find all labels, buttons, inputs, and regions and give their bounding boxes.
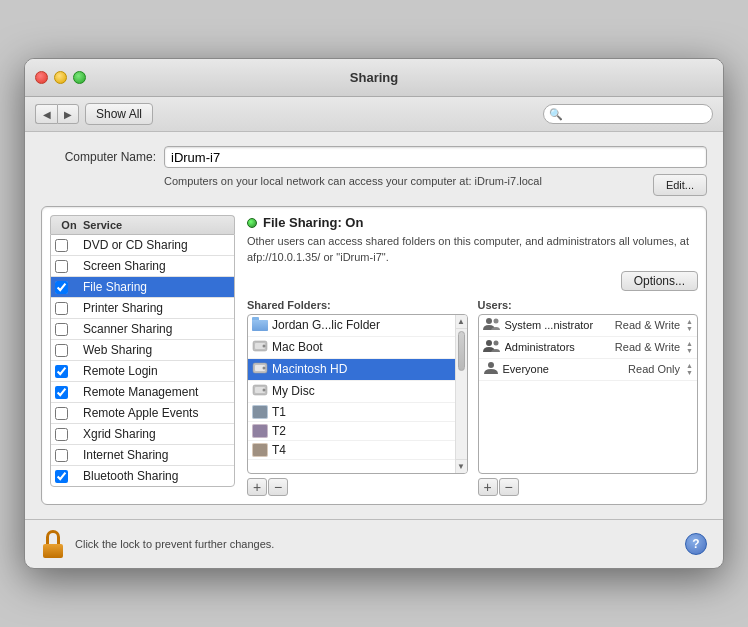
main-panel: On Service DVD or CD Sharing Screen Shar… (41, 206, 707, 505)
window-title: Sharing (350, 70, 398, 85)
users-panel: Users: (478, 299, 699, 496)
user-row-sysadmin[interactable]: System ...nistrator Read & Write ▲▼ (479, 315, 698, 337)
services-header-on: On (55, 219, 83, 231)
svg-point-8 (263, 366, 266, 369)
file-sharing-desc: Other users can access shared folders on… (247, 234, 698, 265)
back-button[interactable]: ◀ (35, 104, 57, 124)
user-name-sysadmin: System ...nistrator (505, 319, 611, 331)
search-icon: 🔍 (549, 108, 563, 121)
add-folder-button[interactable]: + (247, 478, 267, 496)
users-header: Users: (478, 299, 699, 311)
service-row-file[interactable]: File Sharing (51, 277, 234, 298)
folder-name-t1: T1 (272, 405, 286, 419)
computer-name-row: Computer Name: (41, 146, 707, 168)
file-sharing-header: File Sharing: On (247, 215, 698, 230)
service-checkbox-internet[interactable] (55, 449, 68, 462)
service-checkbox-screen[interactable] (55, 260, 68, 273)
service-checkbox-remote-mgmt[interactable] (55, 386, 68, 399)
folders-users-area: Shared Folders: Jordan G...lic Folder (247, 299, 698, 496)
service-row-screen: Screen Sharing (51, 256, 234, 277)
search-wrapper: 🔍 (543, 104, 713, 124)
lock-shackle (46, 530, 60, 544)
service-checkbox-remote-login[interactable] (55, 365, 68, 378)
options-row: Options... (247, 271, 698, 291)
hd-icon-macboot (252, 339, 268, 356)
services-list: DVD or CD Sharing Screen Sharing File Sh… (50, 234, 235, 487)
toolbar: ◀ ▶ Show All 🔍 (25, 97, 723, 132)
users-list: System ...nistrator Read & Write ▲▼ (478, 314, 699, 474)
folder-item-macboot[interactable]: Mac Boot (248, 337, 467, 359)
scroll-thumb[interactable] (458, 331, 465, 371)
perm-arrows-admins[interactable]: ▲▼ (686, 340, 693, 354)
service-name-printer: Printer Sharing (83, 301, 230, 315)
hd-icon-macintoshhd (252, 361, 268, 378)
computer-name-input[interactable] (164, 146, 707, 168)
scroll-down-arrow[interactable]: ▼ (456, 459, 467, 473)
folder-scrollbar[interactable]: ▲ ▼ (455, 315, 467, 473)
folder-name-macintoshhd: Macintosh HD (272, 362, 347, 376)
remove-user-button[interactable]: − (499, 478, 519, 496)
svg-point-18 (486, 318, 492, 324)
svg-rect-13 (253, 406, 267, 418)
help-button[interactable]: ? (685, 533, 707, 555)
user-row-everyone[interactable]: Everyone Read Only ▲▼ (479, 359, 698, 381)
service-name-bluetooth: Bluetooth Sharing (83, 469, 230, 483)
scroll-up-arrow[interactable]: ▲ (456, 315, 467, 329)
folder-item-macintoshhd[interactable]: Macintosh HD (248, 359, 467, 381)
show-all-button[interactable]: Show All (85, 103, 153, 125)
main-window: Sharing ◀ ▶ Show All 🔍 Computer Name: Co… (24, 58, 724, 569)
hd-icon-mydisc (252, 383, 268, 400)
group-icon-admins (483, 339, 501, 356)
close-button[interactable] (35, 71, 48, 84)
svg-point-11 (263, 388, 266, 391)
edit-button[interactable]: Edit... (653, 174, 707, 196)
user-name-everyone: Everyone (503, 363, 625, 375)
search-input[interactable] (543, 104, 713, 124)
svg-point-20 (486, 340, 492, 346)
service-row-web: Web Sharing (51, 340, 234, 361)
folder-item-mydisc[interactable]: My Disc (248, 381, 467, 403)
lock-label: Click the lock to prevent further change… (75, 538, 274, 550)
maximize-button[interactable] (73, 71, 86, 84)
folder-item-jordan[interactable]: Jordan G...lic Folder (248, 315, 467, 337)
service-checkbox-web[interactable] (55, 344, 68, 357)
service-name-file: File Sharing (83, 280, 230, 294)
folder-item-t4[interactable]: T4 (248, 441, 467, 460)
right-panel: File Sharing: On Other users can access … (247, 215, 698, 496)
service-row-dvd: DVD or CD Sharing (51, 235, 234, 256)
user-row-admins[interactable]: Administrators Read & Write ▲▼ (479, 337, 698, 359)
folder-item-t2[interactable]: T2 (248, 422, 467, 441)
service-checkbox-xgrid[interactable] (55, 428, 68, 441)
remove-folder-button[interactable]: − (268, 478, 288, 496)
options-button[interactable]: Options... (621, 271, 698, 291)
service-checkbox-scanner[interactable] (55, 323, 68, 336)
services-header: On Service (50, 215, 235, 234)
bottom-bar: Click the lock to prevent further change… (25, 520, 723, 568)
service-checkbox-apple-events[interactable] (55, 407, 68, 420)
folder-name-jordan: Jordan G...lic Folder (272, 318, 380, 332)
service-checkbox-bluetooth[interactable] (55, 470, 68, 483)
permission-everyone: Read Only (628, 363, 680, 375)
service-name-xgrid: Xgrid Sharing (83, 427, 230, 441)
minimize-button[interactable] (54, 71, 67, 84)
folder-item-t1[interactable]: T1 (248, 403, 467, 422)
service-checkbox-printer[interactable] (55, 302, 68, 315)
perm-arrows-sysadmin[interactable]: ▲▼ (686, 318, 693, 332)
folder-name-t4: T4 (272, 443, 286, 457)
svg-point-22 (488, 362, 494, 368)
service-row-scanner: Scanner Sharing (51, 319, 234, 340)
person-icon-everyone (483, 361, 499, 378)
add-user-button[interactable]: + (478, 478, 498, 496)
scroll-thumb-track (456, 329, 467, 459)
forward-button[interactable]: ▶ (57, 104, 79, 124)
service-checkbox-file[interactable] (55, 281, 68, 294)
permission-admins: Read & Write (615, 341, 680, 353)
lock-icon[interactable] (41, 530, 65, 558)
svg-point-5 (263, 344, 266, 347)
service-checkbox-dvd[interactable] (55, 239, 68, 252)
perm-arrows-everyone[interactable]: ▲▼ (686, 362, 693, 376)
thumb-icon-t4 (252, 443, 268, 457)
titlebar: Sharing (25, 59, 723, 97)
status-dot (247, 218, 257, 228)
lock-body (43, 544, 63, 558)
